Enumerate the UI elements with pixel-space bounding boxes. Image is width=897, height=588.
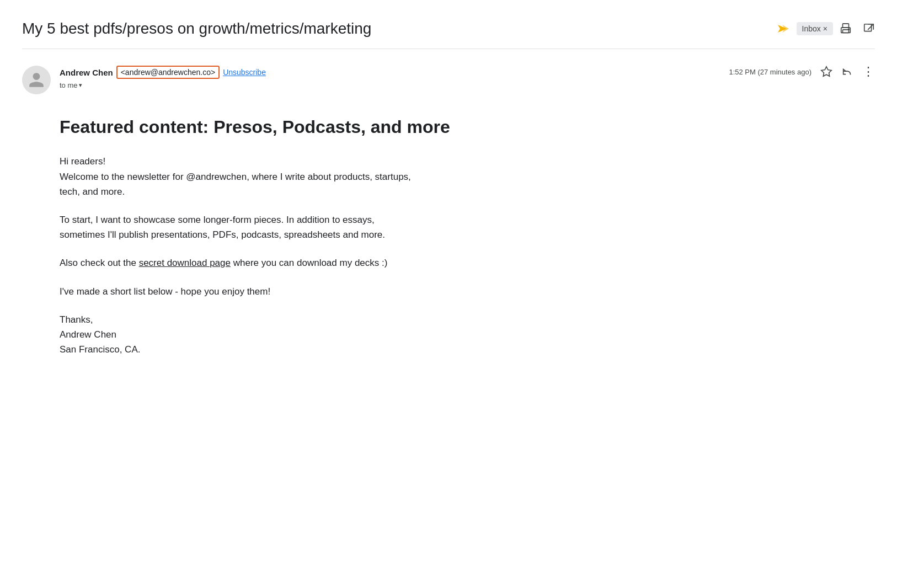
sender-info: Andrew Chen <andrew@andrewchen.co> Unsub… [60, 66, 720, 89]
email-para-link: Also check out the secret download page … [60, 255, 519, 270]
svg-rect-2 [843, 24, 849, 28]
print-icon[interactable] [840, 23, 852, 35]
inbox-close-button[interactable]: × [823, 24, 827, 33]
email-container: My 5 best pdfs/presos on growth/metrics/… [0, 0, 897, 392]
inbox-label: Inbox [802, 24, 821, 33]
external-link-icon[interactable] [863, 23, 875, 35]
sender-actions: 1:52 PM (27 minutes ago) ⋮ [729, 66, 875, 78]
email-para-short-list: I've made a short list below - hope you … [60, 284, 519, 299]
sender-email-text: <andrew@andrewchen.co> [121, 68, 215, 77]
sign-name: Andrew Chen [60, 329, 116, 340]
svg-marker-7 [821, 67, 831, 76]
star-icon[interactable] [820, 66, 832, 78]
intro-line2: sometimes I'll publish presentations, PD… [60, 229, 385, 240]
svg-point-5 [848, 29, 850, 30]
email-para-greeting: Hi readers! Welcome to the newsletter fo… [60, 154, 519, 199]
chevron-down-icon: ▾ [79, 82, 82, 89]
unsubscribe-link[interactable]: Unsubscribe [223, 68, 266, 77]
sender-name: Andrew Chen [60, 68, 113, 77]
greeting-line1: Hi readers! [60, 156, 105, 167]
sender-email-highlighted: <andrew@andrewchen.co> [116, 66, 220, 79]
greeting-line2: Welcome to the newsletter for @andrewche… [60, 172, 411, 182]
intro-line1: To start, I want to showcase some longer… [60, 215, 375, 225]
email-body: Featured content: Presos, Podcasts, and … [22, 105, 519, 381]
sender-name-row: Andrew Chen <andrew@andrewchen.co> Unsub… [60, 66, 720, 79]
more-options-icon[interactable]: ⋮ [862, 66, 875, 78]
toolbar-icons [840, 23, 875, 35]
avatar [22, 66, 51, 94]
sign-thanks: Thanks, [60, 314, 93, 325]
greeting-line3: tech, and more. [60, 186, 125, 197]
email-timestamp: 1:52 PM (27 minutes ago) [729, 68, 811, 76]
forward-arrow-icon [775, 22, 790, 35]
email-para-intro: To start, I want to showcase some longer… [60, 212, 519, 242]
svg-rect-4 [843, 30, 849, 33]
to-me[interactable]: to me ▾ [60, 81, 720, 89]
email-signature: Thanks, Andrew Chen San Francisco, CA. [60, 312, 519, 357]
sign-location: San Francisco, CA. [60, 344, 140, 355]
secret-download-link[interactable]: secret download page [139, 258, 231, 268]
subject-bar: My 5 best pdfs/presos on growth/metrics/… [22, 11, 875, 49]
to-me-label: to me [60, 81, 78, 89]
reply-icon[interactable] [841, 66, 853, 78]
email-heading: Featured content: Presos, Podcasts, and … [60, 116, 519, 137]
email-subject: My 5 best pdfs/presos on growth/metrics/… [22, 20, 768, 38]
sender-row: Andrew Chen <andrew@andrewchen.co> Unsub… [22, 60, 875, 105]
inbox-badge[interactable]: Inbox × [797, 22, 833, 35]
